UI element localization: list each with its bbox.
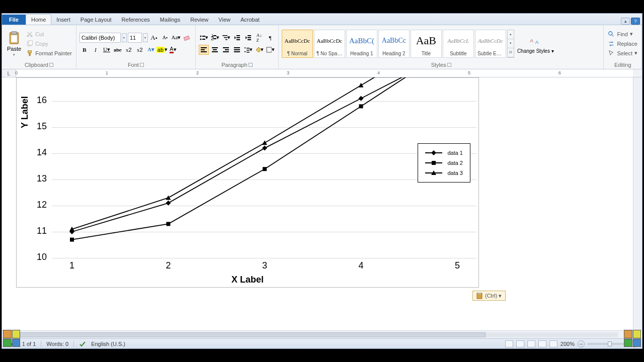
style-card[interactable]: AaBTitle [411,30,442,58]
tab-page-layout[interactable]: Page Layout [75,15,117,25]
style-card[interactable]: AaBbCcDc¶ Normal [282,30,313,58]
view-outline-button[interactable] [538,340,546,347]
line-spacing-button[interactable]: ▾ [243,45,253,55]
copy-icon [26,40,33,47]
view-fullscreen-button[interactable] [516,340,524,347]
group-font: Calibri (Body)▾ 11▾ A▴ A▾ Aa▾ B I U▾ abc… [76,25,196,69]
clipboard-dialog-icon[interactable] [49,63,53,67]
replace-button[interactable]: Replace [607,40,638,48]
styles-dialog-icon[interactable] [447,63,451,67]
justify-button[interactable] [232,45,242,55]
help-icon[interactable]: ? [631,18,640,25]
underline-button[interactable]: U▾ [102,45,112,55]
y-tick: 15 [31,121,47,132]
align-right-button[interactable] [221,45,231,55]
tab-home[interactable]: Home [26,14,51,25]
tab-view[interactable]: View [213,15,235,25]
numbering-icon: 12 [210,34,216,41]
superscript-button[interactable]: x2 [135,45,145,55]
font-color-button[interactable]: A▾ [168,45,178,55]
svg-rect-1 [12,31,17,34]
svg-rect-31 [213,49,217,50]
group-styles: AaBbCcDc¶ NormalAaBbCcDc¶ No Spaci...AaB… [279,25,604,69]
tab-mailings[interactable]: Mailings [155,15,185,25]
styles-scroll[interactable]: ▴▾⊟ [507,30,514,58]
view-draft-button[interactable] [549,340,557,347]
svg-text:A: A [535,39,539,45]
status-words[interactable]: Words: 0 [46,341,68,347]
y-tick: 14 [31,147,47,158]
tab-acrobat[interactable]: Acrobat [235,15,265,25]
numbering-button[interactable]: 12▾ [210,33,220,43]
vertical-scrollbar[interactable] [633,77,642,330]
shrink-font-button[interactable]: A▾ [160,33,170,43]
horizontal-scrollbar[interactable]: ◂▸ [2,330,633,338]
change-case-button[interactable]: Aa▾ [171,33,181,43]
strike-button[interactable]: abc [113,45,123,55]
select-button[interactable]: Select ▾ [607,49,638,57]
chevron-down-icon[interactable]: ▾ [122,33,127,42]
zoom-slider[interactable] [588,343,628,345]
paragraph-dialog-icon[interactable] [249,63,253,67]
x-tick: 4 [359,260,364,271]
tab-insert[interactable]: Insert [51,15,75,25]
showmarks-button[interactable]: ¶ [265,33,275,43]
legend[interactable]: data 1data 2data 3 [418,143,470,183]
clear-format-button[interactable] [182,33,192,43]
font-size-select[interactable]: 11 [128,33,142,43]
status-language[interactable]: English (U.S.) [91,341,125,347]
outdent-icon [233,34,240,41]
outdent-button[interactable] [232,33,242,43]
font-dialog-icon[interactable] [140,63,144,67]
font-label: Font [128,62,139,68]
style-card[interactable]: AaBbC(Heading 1 [346,30,377,58]
find-button[interactable]: Find ▾ [607,30,638,38]
tab-review[interactable]: Review [185,15,213,25]
tab-selector[interactable]: L [2,69,16,77]
tab-references[interactable]: References [117,15,155,25]
chart-object[interactable]: Y Label X Label 1011121314151617 12345 d… [16,77,479,288]
borders-button[interactable]: ▾ [265,45,275,55]
status-bar: Page: 1 of 1 Words: 0 English (U.S.) 200… [2,338,642,348]
font-name-select[interactable]: Calibri (Body) [79,33,121,43]
text-effects-button[interactable]: A▾ [146,45,156,55]
align-left-button[interactable] [199,45,209,55]
view-print-button[interactable] [505,340,513,347]
x-axis-label: X Label [231,275,264,285]
bold-button[interactable]: B [79,45,90,55]
copy-button[interactable]: Copy [25,40,73,48]
y-tick: 12 [31,200,47,210]
style-card[interactable]: AaBbCcDcSubtle Em... [475,30,506,58]
multilevel-button[interactable]: ▾ [221,33,231,43]
svg-rect-21 [236,35,240,36]
style-card[interactable]: AaBbCcDc¶ No Spaci... [314,30,345,58]
chevron-down-icon[interactable]: ▾ [143,33,148,42]
shading-button[interactable]: ▾ [254,45,264,55]
highlight-button[interactable]: ab▾ [157,45,167,55]
grow-font-button[interactable]: A▴ [149,33,159,43]
paste-button[interactable]: Paste ▾ [5,30,23,58]
zoom-out-button[interactable]: − [578,340,585,347]
svg-rect-36 [234,47,240,48]
zoom-level[interactable]: 200% [560,341,575,347]
format-painter-button[interactable]: Format Painter [25,49,73,57]
italic-button[interactable]: I [91,45,101,55]
style-card[interactable]: AaBbCcHeading 2 [378,30,410,58]
style-card[interactable]: AaBbCcLSubtitle [443,30,474,58]
subscript-button[interactable]: x2 [124,45,134,55]
bullets-button[interactable]: ▾ [199,33,209,43]
x-tick: 1 [69,260,74,271]
indent-button[interactable] [243,33,253,43]
view-web-button[interactable] [527,340,535,347]
tab-file[interactable]: File [2,15,26,25]
minimize-ribbon-icon[interactable]: ▴ [621,18,630,25]
ruler[interactable]: L 01234567 [2,69,642,77]
spellcheck-icon[interactable] [79,341,86,347]
paste-options-tag[interactable]: (Ctrl) ▾ [472,291,506,301]
cut-button[interactable]: Cut [25,30,73,38]
document-area: Y Label X Label 1011121314151617 12345 d… [2,77,633,330]
change-styles-button[interactable]: AAChange Styles ▾ [515,32,556,55]
search-icon [608,31,615,38]
sort-button[interactable]: A↓Z [254,33,264,43]
align-center-button[interactable] [210,45,220,55]
